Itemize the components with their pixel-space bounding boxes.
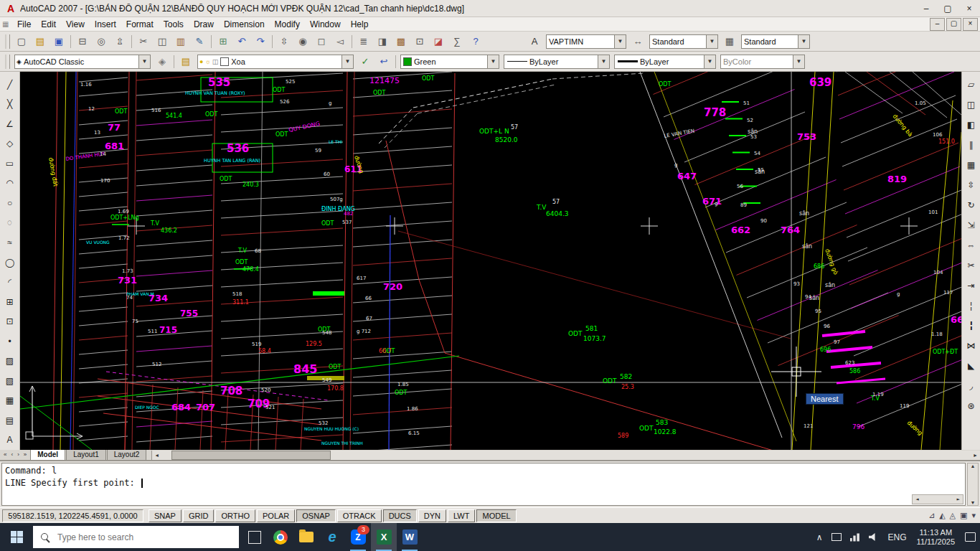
menu-format[interactable]: Format bbox=[121, 17, 159, 32]
toolbar-tool-palettes[interactable]: ▩ bbox=[392, 33, 410, 50]
horizontal-scrollbar[interactable]: ◄ ► bbox=[151, 451, 980, 460]
modify-rotate[interactable]: ↻ bbox=[963, 196, 980, 215]
modify-trim[interactable]: ✂ bbox=[963, 256, 980, 275]
toolbar-zoom-window[interactable]: ◻ bbox=[313, 33, 330, 50]
toolbar-zoom-previous[interactable]: ◅ bbox=[331, 33, 349, 50]
menu-tools[interactable]: Tools bbox=[159, 17, 189, 32]
scroll-down-icon[interactable]: ▼ bbox=[969, 500, 978, 505]
volume-icon[interactable] bbox=[864, 523, 884, 551]
chevron-down-icon[interactable]: ▼ bbox=[598, 55, 609, 68]
linetype-combo[interactable]: ByLayer ▼ bbox=[504, 55, 610, 69]
menu-insert[interactable]: Insert bbox=[90, 17, 121, 32]
modify-mirror[interactable]: ◧ bbox=[963, 116, 980, 134]
chevron-down-icon[interactable]: ▼ bbox=[341, 55, 353, 68]
draw-hatch[interactable]: ▨ bbox=[1, 352, 19, 370]
draw-gradient[interactable]: ▧ bbox=[1, 372, 19, 390]
tab-layout1[interactable]: Layout1 bbox=[66, 449, 106, 460]
draw-spline[interactable]: ≈ bbox=[1, 233, 19, 252]
start-button[interactable] bbox=[0, 523, 33, 551]
layer-previous-icon[interactable]: ↩ bbox=[375, 53, 392, 70]
tab-next-icon[interactable]: › bbox=[15, 450, 22, 460]
draw-construction-line[interactable]: ╳ bbox=[1, 95, 19, 114]
chevron-down-icon[interactable]: ▼ bbox=[614, 35, 626, 48]
tab-first-icon[interactable]: « bbox=[1, 450, 9, 460]
search-input[interactable] bbox=[56, 532, 239, 543]
modify-move[interactable]: ⇳ bbox=[963, 176, 980, 194]
tray-settings-icon[interactable]: ▣ bbox=[960, 511, 967, 520]
modify-stretch[interactable]: ⇔ bbox=[963, 236, 980, 255]
taskbar-excel[interactable]: X bbox=[371, 523, 397, 551]
tray-monitor-icon[interactable] bbox=[827, 523, 846, 551]
workspace-settings-icon[interactable]: ◈ bbox=[154, 53, 171, 70]
scroll-up-icon[interactable]: ▲ bbox=[969, 463, 978, 468]
close-button[interactable]: × bbox=[958, 1, 980, 17]
layer-lock-icon[interactable]: ◫ bbox=[212, 58, 219, 65]
toolbar-quickcalc[interactable]: ∑ bbox=[448, 33, 466, 50]
draw-polygon[interactable]: ◇ bbox=[1, 135, 19, 154]
doc-restore-button[interactable]: ▢ bbox=[946, 18, 961, 31]
toolbar-designcenter[interactable]: ◨ bbox=[374, 33, 391, 50]
status-menu-icon[interactable]: ▾ bbox=[971, 511, 976, 520]
modify-join[interactable]: ⋈ bbox=[963, 336, 980, 355]
toggle-lwt[interactable]: LWT bbox=[448, 509, 475, 522]
toggle-ducs[interactable]: DUCS bbox=[383, 509, 417, 522]
draw-line[interactable]: ╱ bbox=[1, 75, 19, 94]
toolbar-paste[interactable]: ▥ bbox=[172, 33, 189, 50]
toggle-snap[interactable]: SNAP bbox=[149, 509, 182, 522]
text-style-icon[interactable]: A bbox=[526, 33, 543, 50]
modify-offset[interactable]: ∥ bbox=[963, 136, 980, 154]
tray-chevron-icon[interactable]: ∧ bbox=[812, 523, 827, 551]
modify-explode[interactable]: ⊛ bbox=[963, 397, 980, 415]
draw-multiline-text[interactable]: A bbox=[1, 431, 19, 450]
annotation-autoscale-icon[interactable]: ◬ bbox=[950, 511, 956, 520]
scroll-left-icon[interactable]: ◄ bbox=[913, 496, 922, 502]
toolbar-publish[interactable]: ⇫ bbox=[111, 33, 128, 50]
restore-button[interactable]: ▢ bbox=[937, 1, 958, 17]
color-combo[interactable]: Green ▼ bbox=[400, 55, 499, 69]
toolbar-plot-preview[interactable]: ◎ bbox=[93, 33, 110, 50]
taskbar-file-explorer[interactable] bbox=[293, 523, 319, 551]
layer-combo[interactable]: ● ☼ ◫ Xoa ▼ bbox=[197, 55, 354, 69]
tab-prev-icon[interactable]: ‹ bbox=[9, 450, 15, 460]
toolbar-match-properties[interactable]: ✎ bbox=[191, 33, 208, 50]
text-style-combo[interactable]: VAPTIMN ▼ bbox=[546, 34, 626, 49]
toolbar-markup-set-manager[interactable]: ◪ bbox=[430, 33, 447, 50]
draw-ellipse-arc[interactable]: ◜ bbox=[1, 273, 19, 291]
scroll-right-icon[interactable]: ► bbox=[971, 453, 980, 458]
drawing-area[interactable]: 5355366117208457087097076847347157557316… bbox=[20, 72, 961, 450]
toolbar-plot[interactable]: ⊟ bbox=[74, 33, 91, 50]
toolbar-sheetset-manager[interactable]: ⊡ bbox=[411, 33, 428, 50]
toggle-model[interactable]: MODEL bbox=[476, 509, 516, 522]
scroll-left-icon[interactable]: ◄ bbox=[152, 453, 161, 458]
layer-properties-icon[interactable]: ▤ bbox=[177, 53, 194, 70]
scroll-right-icon[interactable]: ► bbox=[953, 496, 963, 502]
command-text-area[interactable]: Command: l LINE Specify first point: ◄ ► bbox=[1, 463, 966, 506]
chevron-down-icon[interactable]: ▼ bbox=[706, 35, 717, 48]
menu-draw[interactable]: Draw bbox=[189, 17, 219, 32]
draw-region[interactable]: ▦ bbox=[1, 392, 19, 410]
draw-circle[interactable]: ○ bbox=[1, 194, 19, 212]
draw-rectangle[interactable]: ▭ bbox=[1, 154, 19, 173]
menu-modify[interactable]: Modify bbox=[270, 17, 305, 32]
toolbar-open[interactable]: ▤ bbox=[32, 33, 49, 50]
modify-copy[interactable]: ◫ bbox=[963, 95, 980, 114]
toolbar-cut[interactable]: ✂ bbox=[135, 33, 152, 50]
toolbar-save[interactable]: ▣ bbox=[50, 33, 67, 50]
modify-chamfer[interactable]: ◣ bbox=[963, 357, 980, 375]
tab-last-icon[interactable]: » bbox=[22, 450, 29, 460]
make-object-layer-current-icon[interactable]: ✓ bbox=[357, 53, 374, 70]
table-style-combo[interactable]: Standard ▼ bbox=[741, 34, 810, 49]
menu-dimension[interactable]: Dimension bbox=[219, 17, 270, 32]
modify-extend[interactable]: ⇥ bbox=[963, 276, 980, 295]
dim-style-icon[interactable]: ↔ bbox=[629, 33, 646, 50]
command-hscrollbar[interactable]: ◄ ► bbox=[912, 494, 963, 504]
toolbar-pan[interactable]: ⇳ bbox=[275, 33, 293, 50]
layer-freeze-sun-icon[interactable]: ☼ bbox=[204, 58, 210, 65]
modify-break[interactable]: ╏ bbox=[963, 316, 980, 335]
layer-on-bulb-icon[interactable]: ● bbox=[199, 58, 203, 65]
modify-array[interactable]: ▦ bbox=[963, 156, 980, 174]
toolbar-grip[interactable] bbox=[5, 34, 10, 49]
toggle-ortho[interactable]: ORTHO bbox=[215, 509, 255, 522]
modify-break-at-point[interactable]: ¦ bbox=[963, 296, 980, 315]
workspace-combo[interactable]: ◈ AutoCAD Classic ▼ bbox=[14, 55, 151, 69]
